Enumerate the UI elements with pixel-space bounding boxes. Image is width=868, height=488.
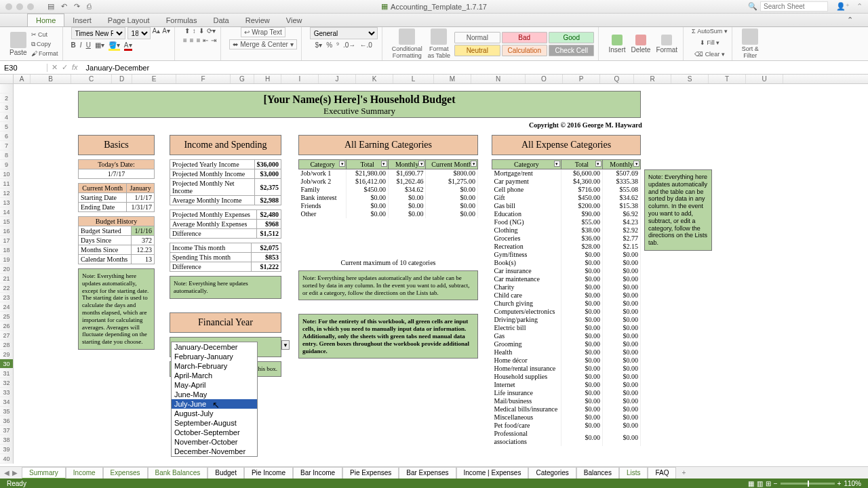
view-break-icon[interactable]: ⊞ (766, 480, 771, 487)
column-header[interactable]: K (356, 75, 393, 83)
format-as-table-button[interactable]: Format as Table (427, 27, 452, 60)
print-icon[interactable]: ⎙ (87, 2, 92, 11)
currency-button[interactable]: $▾ (315, 41, 323, 49)
sheet-tab-income[interactable]: Income (66, 467, 103, 479)
ribbon-toggle-icon[interactable]: ⌃ (856, 2, 863, 11)
name-box[interactable]: E30 (0, 64, 47, 72)
autosum-button[interactable]: Σ AutoSum ▾ (692, 27, 728, 36)
wrap-text-button[interactable]: ↩ Wrap Text (241, 27, 285, 37)
fx-icon[interactable]: fx (72, 63, 78, 72)
filter-dropdown-icon[interactable]: ▾ (471, 161, 477, 167)
ribbon-tab-data[interactable]: Data (205, 14, 237, 26)
row-header[interactable]: 35 (0, 407, 13, 416)
delete-cells-button[interactable]: Delete (630, 33, 652, 55)
ribbon-tab-insert[interactable]: Insert (64, 14, 100, 26)
column-header[interactable]: M (434, 75, 471, 83)
row-headers[interactable]: 2345678910111213141516171819202122232425… (0, 84, 14, 464)
row-header[interactable]: 18 (0, 245, 13, 255)
column-header[interactable]: I (281, 75, 319, 83)
search-sheet-input[interactable] (760, 1, 828, 12)
column-header[interactable]: C (71, 75, 112, 83)
column-header[interactable]: L (393, 75, 434, 83)
align-middle-icon[interactable]: ↕ (193, 27, 196, 35)
row-header[interactable]: 8 (0, 150, 13, 160)
row-header[interactable]: 21 (0, 274, 13, 283)
indent-dec-icon[interactable]: ⇤ (203, 37, 208, 44)
style-check-cell[interactable]: Check Cell (549, 45, 594, 56)
dropdown-option[interactable]: May-April (172, 380, 257, 390)
dec-decimal-button[interactable]: ←.0 (359, 41, 372, 49)
row-header[interactable]: 30 (0, 359, 13, 369)
save-icon[interactable]: ▤ (47, 2, 54, 11)
row-header[interactable]: 7 (0, 141, 13, 150)
sort-filter-button[interactable]: Sort & Filter (741, 27, 760, 60)
column-header[interactable]: P (563, 75, 600, 83)
row-header[interactable]: 26 (0, 321, 13, 331)
align-right-icon[interactable]: ≡ (197, 37, 201, 44)
column-header[interactable]: T (709, 75, 746, 83)
row-header[interactable]: 39 (0, 445, 13, 454)
sheet-tab-categories[interactable]: Categories (528, 467, 576, 479)
copy-button[interactable]: ⧉ Copy (31, 39, 58, 49)
dropdown-option[interactable]: November-October (172, 437, 257, 447)
filter-dropdown-icon[interactable]: ▾ (339, 161, 345, 167)
filter-dropdown-icon[interactable]: ▾ (595, 161, 601, 167)
row-header[interactable]: 17 (0, 236, 13, 245)
merge-center-button[interactable]: ⬌ Merge & Center ▾ (229, 39, 296, 49)
row-header[interactable]: 5 (0, 122, 13, 131)
column-header[interactable]: R (634, 75, 671, 83)
column-header[interactable]: D (112, 75, 132, 83)
ribbon-tab-view[interactable]: View (278, 14, 311, 26)
row-header[interactable]: 37 (0, 426, 13, 435)
clear-button[interactable]: ⌫ Clear ▾ (694, 50, 725, 59)
row-header[interactable]: 22 (0, 283, 13, 293)
dropdown-option[interactable]: April-March (172, 371, 257, 380)
column-header[interactable]: U (746, 75, 783, 83)
dropdown-option[interactable]: August-July (172, 409, 257, 418)
align-top-icon[interactable]: ⬆ (184, 27, 190, 35)
ribbon-tab-formulas[interactable]: Formulas (158, 14, 205, 26)
decrease-font-icon[interactable]: A▾ (162, 27, 170, 39)
cancel-formula-icon[interactable]: ✕ (52, 63, 58, 72)
zoom-in-button[interactable]: + (837, 480, 842, 487)
accept-formula-icon[interactable]: ✓ (62, 63, 68, 72)
filter-dropdown-icon[interactable]: ▾ (381, 161, 387, 167)
row-header[interactable]: 23 (0, 293, 13, 302)
row-header[interactable]: 20 (0, 264, 13, 274)
redo-icon[interactable]: ↷ (74, 2, 80, 11)
sheet-tab-pie-expenses[interactable]: Pie Expenses (342, 467, 399, 479)
dropdown-option[interactable]: July-June (172, 399, 257, 409)
row-header[interactable]: 19 (0, 255, 13, 264)
dropdown-arrow-icon[interactable]: ▼ (281, 340, 290, 350)
column-header[interactable]: Q (600, 75, 634, 83)
row-header[interactable]: 6 (0, 131, 13, 141)
row-header[interactable]: 2 (0, 94, 13, 103)
row-header[interactable]: 29 (0, 350, 13, 359)
sheet-tab-bar-income[interactable]: Bar Income (293, 467, 342, 479)
filter-dropdown-icon[interactable]: ▾ (633, 161, 639, 167)
sheet-tab-budget[interactable]: Budget (208, 467, 244, 479)
style-normal[interactable]: Normal (454, 32, 500, 43)
ribbon-tab-review[interactable]: Review (237, 14, 278, 26)
zoom-level[interactable]: 110% (844, 480, 861, 487)
row-header[interactable]: 10 (0, 169, 13, 179)
first-sheet-icon[interactable]: ◀ (4, 469, 9, 476)
row-header[interactable] (0, 84, 13, 94)
column-header[interactable]: B (31, 75, 71, 83)
align-bottom-icon[interactable]: ⬇ (199, 27, 204, 35)
view-normal-icon[interactable]: ▦ (748, 480, 754, 487)
fill-color-button[interactable]: 🪣▾ (108, 41, 120, 51)
style-neutral[interactable]: Neutral (454, 45, 500, 56)
border-button[interactable]: ▦▾ (95, 41, 104, 51)
format-cells-button[interactable]: Format (654, 33, 679, 55)
row-header[interactable]: 13 (0, 198, 13, 207)
row-header[interactable]: 15 (0, 217, 13, 226)
font-color-button[interactable]: A▾ (124, 41, 132, 51)
row-header[interactable]: 4 (0, 113, 13, 122)
underline-button[interactable]: U (86, 41, 91, 51)
row-header[interactable]: 34 (0, 397, 13, 407)
column-headers[interactable]: ABCDEFGHIJKLMNOPQRSTU (0, 75, 868, 84)
sheet-tab-summary[interactable]: Summary (22, 467, 66, 479)
increase-font-icon[interactable]: A▴ (153, 27, 161, 39)
sheet-tab-bank-balances[interactable]: Bank Balances (148, 467, 208, 479)
